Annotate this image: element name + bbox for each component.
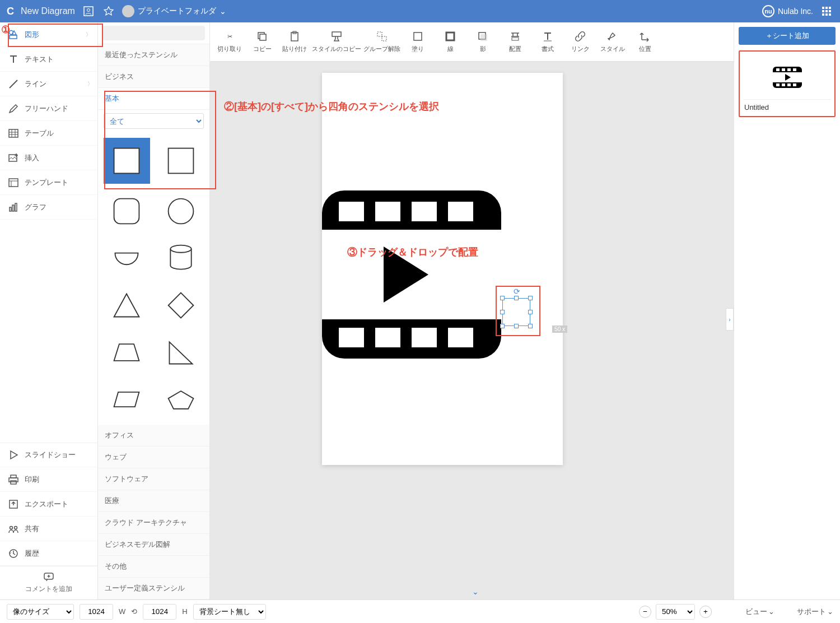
diagram-title[interactable]: New Diagram — [21, 6, 75, 16]
sidebar-label: フリーハンド — [25, 104, 68, 114]
toolbar-cut[interactable]: ✂切り取り — [214, 26, 245, 58]
shape-rounded-square[interactable] — [104, 192, 150, 231]
toolbar-fill[interactable]: 塗り — [403, 26, 433, 58]
shape-pentagon[interactable] — [158, 380, 204, 419]
sidebar-item-print[interactable]: 印刷 — [0, 467, 97, 492]
stencil-category-basic[interactable]: 基本 — [98, 88, 209, 110]
stencil-category-bizmodel[interactable]: ビジネスモデル図解 — [98, 534, 209, 556]
shape-half-circle[interactable] — [104, 239, 150, 278]
toolbar-paste[interactable]: 貼り付け — [279, 26, 310, 58]
stencil-filter-select[interactable]: 全て — [104, 113, 204, 129]
svg-rect-40 — [448, 202, 473, 221]
resize-handle[interactable] — [514, 324, 519, 328]
shape-right-triangle[interactable] — [158, 333, 204, 372]
add-comment-label: コメントを追加 — [25, 584, 72, 594]
stencil-category-web[interactable]: ウェブ — [98, 447, 209, 468]
shape-square-outline[interactable] — [158, 138, 204, 184]
stencil-category-user[interactable]: ユーザー定義ステンシル — [98, 578, 209, 599]
canvas-wrap[interactable]: ‹ ⟳ — [210, 62, 734, 599]
shape-cylinder[interactable] — [158, 239, 204, 278]
toolbar-shadow[interactable]: 影 — [468, 26, 498, 58]
view-menu[interactable]: ビュー ⌄ — [745, 607, 774, 617]
resize-handle[interactable] — [528, 296, 533, 300]
sidebar-item-line[interactable]: ライン 〉 — [0, 72, 97, 96]
toolbar-style-copy[interactable]: スタイルのコピー — [312, 26, 361, 58]
shape-diamond[interactable] — [158, 286, 204, 325]
star-icon[interactable] — [102, 4, 115, 18]
stencil-category-recent[interactable]: 最近使ったステンシル — [98, 44, 209, 66]
svg-rect-27 — [332, 32, 341, 36]
toolbar-align[interactable]: 配置 — [500, 26, 530, 58]
dropped-shape-selection[interactable]: ⟳ 50 x — [496, 286, 540, 336]
stencil-category-business[interactable]: ビジネス — [98, 66, 209, 88]
resize-handle[interactable] — [514, 296, 519, 300]
toolbar-style[interactable]: スタイル — [598, 26, 628, 58]
bg-sheet-select[interactable]: 背景シート無し — [193, 604, 266, 620]
collapse-right-button[interactable]: › — [726, 308, 734, 331]
sidebar-item-shapes[interactable]: 図形 〉 — [0, 22, 97, 47]
stencil-category-cloud[interactable]: クラウド アーキテクチャ — [98, 512, 209, 534]
add-comment-button[interactable]: コメントを追加 — [0, 566, 97, 599]
pen-icon — [606, 30, 619, 43]
scroll-down-icon[interactable]: ⌄ — [472, 587, 479, 596]
svg-rect-47 — [776, 68, 780, 71]
sidebar-item-text[interactable]: テキスト — [0, 47, 97, 72]
svg-rect-43 — [412, 328, 437, 347]
stencil-category-medical[interactable]: 医療 — [98, 490, 209, 512]
rotate-handle-icon[interactable]: ⟳ — [514, 287, 520, 296]
folder-dropdown[interactable]: プライベートフォルダ ⌄ — [122, 5, 226, 17]
sheet-thumbnail[interactable]: Untitled — [739, 50, 836, 117]
resize-handle[interactable] — [500, 324, 505, 328]
right-panel: ＋シート追加 Untitled — [734, 22, 840, 599]
zoom-in-button[interactable]: + — [699, 606, 712, 618]
stencil-category-office[interactable]: オフィス — [98, 425, 209, 447]
shape-triangle[interactable] — [104, 286, 150, 325]
sidebar-item-table[interactable]: テーブル — [0, 121, 97, 146]
annotation-3-text: ③ドラッグ＆ドロップで配置 — [347, 245, 478, 259]
sidebar-item-insert[interactable]: 挿入 — [0, 146, 97, 170]
org-switcher[interactable]: nu Nulab Inc. — [762, 5, 813, 17]
app-logo[interactable]: C — [7, 6, 14, 17]
add-sheet-button[interactable]: ＋シート追加 — [739, 27, 836, 45]
resize-handle[interactable] — [528, 324, 533, 328]
support-menu[interactable]: サポート ⌄ — [797, 607, 833, 617]
sidebar-item-history[interactable]: 履歴 — [0, 541, 97, 566]
swap-icon[interactable]: ⟲ — [131, 607, 137, 616]
sidebar-item-share[interactable]: 共有 — [0, 517, 97, 541]
shape-circle[interactable] — [158, 192, 204, 231]
toolbar-position[interactable]: 位置 — [630, 26, 660, 58]
svg-rect-39 — [412, 202, 437, 221]
user-box-icon[interactable] — [82, 4, 95, 18]
sidebar-item-export[interactable]: エクスポート — [0, 492, 97, 517]
zoom-select[interactable]: 50% — [656, 604, 695, 620]
sidebar-item-slideshow[interactable]: スライドショー — [0, 443, 97, 467]
apps-grid-icon[interactable] — [820, 4, 833, 18]
link-icon — [574, 30, 586, 43]
size-mode-select[interactable]: 像のサイズ — [7, 604, 74, 620]
canvas-sheet[interactable]: ⟳ 50 x — [322, 73, 563, 465]
zoom-out-button[interactable]: − — [639, 606, 651, 618]
toolbar-copy[interactable]: コピー — [247, 26, 277, 58]
toolbar-link[interactable]: リンク — [565, 26, 595, 58]
width-input[interactable] — [80, 604, 113, 620]
resize-handle[interactable] — [500, 296, 505, 300]
shape-trapezoid[interactable] — [104, 333, 150, 372]
topbar: C New Diagram プライベートフォルダ ⌄ nu Nulab Inc. — [0, 0, 840, 22]
sidebar-item-freehand[interactable]: フリーハンド — [0, 96, 97, 121]
shape-square[interactable] — [104, 138, 150, 184]
svg-rect-7 — [10, 207, 11, 211]
resize-handle[interactable] — [500, 310, 505, 314]
toolbar-line[interactable]: 線 — [435, 26, 465, 58]
shape-parallelogram[interactable] — [104, 380, 150, 419]
sidebar-item-chart[interactable]: グラフ — [0, 195, 97, 220]
height-input[interactable] — [143, 604, 176, 620]
toolbar-ungroup[interactable]: グループ解除 — [363, 26, 400, 58]
stencil-search-input[interactable] — [102, 26, 205, 40]
stencil-category-software[interactable]: ソフトウェア — [98, 468, 209, 490]
selected-shape[interactable] — [502, 298, 530, 326]
toolbar-format[interactable]: 書式 — [533, 26, 563, 58]
chevron-right-icon: 〉 — [86, 31, 91, 39]
sidebar-item-template[interactable]: テンプレート — [0, 170, 97, 195]
stencil-category-other[interactable]: その他 — [98, 556, 209, 578]
resize-handle[interactable] — [528, 310, 533, 314]
